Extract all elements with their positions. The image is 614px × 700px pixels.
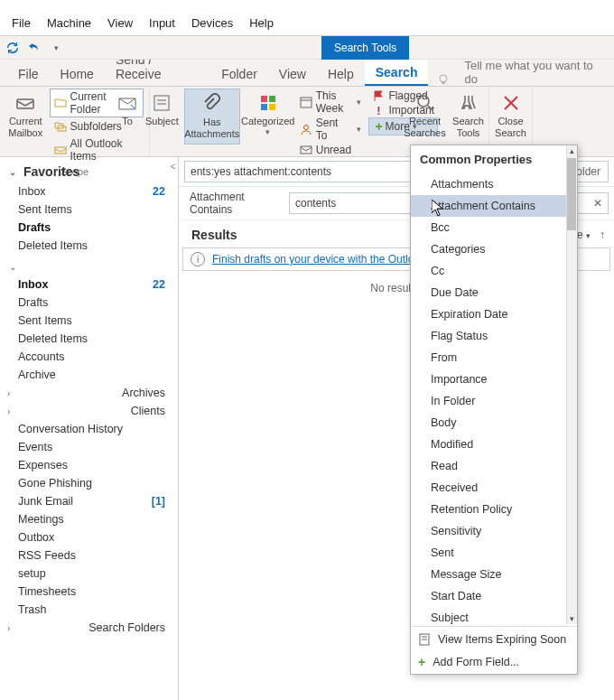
prop-categories[interactable]: Categories <box>411 238 577 260</box>
folder-label: Gone Phishing <box>18 477 92 490</box>
folder-meetings[interactable]: Meetings <box>0 510 178 528</box>
folder-accounts[interactable]: Accounts <box>0 348 178 366</box>
folder-deleted-items[interactable]: Deleted Items <box>0 330 178 348</box>
folder-setup[interactable]: setup <box>0 565 178 583</box>
prop-attachments[interactable]: Attachments <box>411 173 577 195</box>
tab-folder[interactable]: Folder <box>210 61 268 86</box>
folder-trash[interactable]: Trash <box>0 601 178 619</box>
folder-inbox[interactable]: Inbox22 <box>0 275 178 294</box>
fav-inbox[interactable]: Inbox22 <box>0 182 178 201</box>
sys-input[interactable]: Input <box>141 11 183 35</box>
folder-label: Deleted Items <box>18 332 88 345</box>
folder-events[interactable]: Events <box>0 438 178 456</box>
fav-deleted-items[interactable]: Deleted Items <box>0 237 178 255</box>
svg-point-15 <box>418 96 429 107</box>
tab-view[interactable]: View <box>268 61 317 86</box>
close-search-button[interactable]: Close Search <box>492 89 530 143</box>
person-icon <box>300 123 312 135</box>
scroll-up-icon[interactable]: ▴ <box>567 145 576 156</box>
mailbox-header[interactable]: ⌄ <box>0 255 178 275</box>
sys-file[interactable]: File <box>4 11 39 35</box>
prop-received[interactable]: Received <box>411 477 577 499</box>
fav-drafts[interactable]: Drafts <box>0 219 178 237</box>
svg-rect-9 <box>261 104 267 110</box>
subject-button[interactable]: Subject <box>144 89 181 131</box>
prop-read[interactable]: Read <box>411 455 577 477</box>
sent-to-button[interactable]: Sent To ▾ <box>296 116 366 143</box>
folder-clients[interactable]: ›Clients <box>0 402 178 420</box>
scroll-down-icon[interactable]: ▾ <box>567 613 576 624</box>
prop-due-date[interactable]: Due Date <box>411 282 577 303</box>
folder-label: Drafts <box>18 221 51 234</box>
prop-subject[interactable]: Subject <box>411 607 577 624</box>
chevron-down-icon: ▾ <box>586 231 591 240</box>
prop-start-date[interactable]: Start Date <box>411 585 577 607</box>
sort-direction[interactable]: ↑ <box>600 229 605 241</box>
prop-modified[interactable]: Modified <box>411 434 577 455</box>
dropdown-scrollbar[interactable]: ▴ ▾ <box>566 145 577 624</box>
prop-retention-policy[interactable]: Retention Policy <box>411 499 577 520</box>
to-button[interactable]: To <box>115 89 140 131</box>
prop-expiration-date[interactable]: Expiration Date <box>411 303 577 325</box>
view-expiring-button[interactable]: View Items Expiring Soon <box>411 629 577 650</box>
dropdown-header: Common Properties <box>411 145 577 173</box>
folder-expenses[interactable]: Expenses <box>0 456 178 474</box>
folder-outbox[interactable]: Outbox <box>0 528 178 546</box>
folder-rss-feeds[interactable]: RSS Feeds <box>0 546 178 565</box>
folder-conversation-history[interactable]: Conversation History <box>0 420 178 438</box>
fav-sent-items[interactable]: Sent Items <box>0 201 178 219</box>
tab-file[interactable]: File <box>7 61 50 86</box>
attachment-icon <box>201 93 223 115</box>
prop-flag-status[interactable]: Flag Status <box>411 325 577 347</box>
qat-dropdown-icon[interactable]: ▾ <box>49 41 63 55</box>
current-mailbox-button[interactable]: Current Mailbox <box>5 89 46 143</box>
folder-junk-email[interactable]: Junk Email[1] <box>0 492 178 510</box>
sys-devices[interactable]: Devices <box>183 11 241 35</box>
prop-sensitivity[interactable]: Sensitivity <box>411 520 577 542</box>
sync-icon[interactable] <box>5 41 20 55</box>
folder-archive[interactable]: Archive <box>0 366 178 384</box>
unread-button[interactable]: Unread <box>296 143 366 157</box>
tab-help[interactable]: Help <box>317 61 365 86</box>
subject-label: Subject <box>145 116 179 127</box>
undo-icon[interactable] <box>27 41 42 55</box>
folder-label: Sent Items <box>18 314 72 327</box>
svg-rect-8 <box>269 96 275 102</box>
folder-sent-items[interactable]: Sent Items <box>0 312 178 330</box>
sys-machine[interactable]: Machine <box>39 11 99 35</box>
tell-me-input[interactable]: Tell me what you want to do <box>464 59 607 86</box>
prop-importance[interactable]: Importance <box>411 369 577 390</box>
to-icon <box>116 92 138 114</box>
prop-cc[interactable]: Cc <box>411 260 577 282</box>
recent-searches-button[interactable]: Recent Searches <box>405 89 446 143</box>
add-form-field-button[interactable]: +Add Form Field... <box>411 650 577 674</box>
collapse-nav-icon[interactable]: < <box>171 161 176 172</box>
folder-label: Archives <box>122 387 165 399</box>
search-tools-contextual-tab[interactable]: Search Tools <box>321 36 409 60</box>
info-icon: i <box>191 252 205 266</box>
favorites-header[interactable]: ⌄Favorites <box>0 157 178 182</box>
prop-body[interactable]: Body <box>411 412 577 434</box>
scroll-thumb[interactable] <box>567 158 576 230</box>
folder-gone-phishing[interactable]: Gone Phishing <box>0 474 178 492</box>
categorized-button[interactable]: Categorized▾ <box>244 89 293 141</box>
folder-drafts[interactable]: Drafts <box>0 294 178 312</box>
search-tools-button[interactable]: Search Tools <box>450 89 488 143</box>
folder-archives[interactable]: ›Archives <box>0 384 178 402</box>
chevron-right-icon: › <box>7 623 10 633</box>
folder-search-folders[interactable]: ›Search Folders <box>0 619 178 637</box>
prop-attachment-contains[interactable]: Attachment Contains <box>411 195 577 217</box>
has-attachments-button[interactable]: Has Attachments <box>184 89 240 145</box>
tab-home[interactable]: Home <box>50 61 105 86</box>
prop-bcc[interactable]: Bcc <box>411 217 577 238</box>
prop-from[interactable]: From <box>411 347 577 369</box>
tab-search[interactable]: Search <box>365 60 429 86</box>
prop-sent[interactable]: Sent <box>411 542 577 564</box>
this-week-button[interactable]: This Week ▾ <box>296 89 366 116</box>
sys-help[interactable]: Help <box>241 11 282 35</box>
prop-in-folder[interactable]: In Folder <box>411 390 577 412</box>
folder-timesheets[interactable]: Timesheets <box>0 583 178 601</box>
prop-message-size[interactable]: Message Size <box>411 564 577 585</box>
sys-view[interactable]: View <box>99 11 141 35</box>
clear-attachment-icon[interactable]: ✕ <box>593 197 602 210</box>
